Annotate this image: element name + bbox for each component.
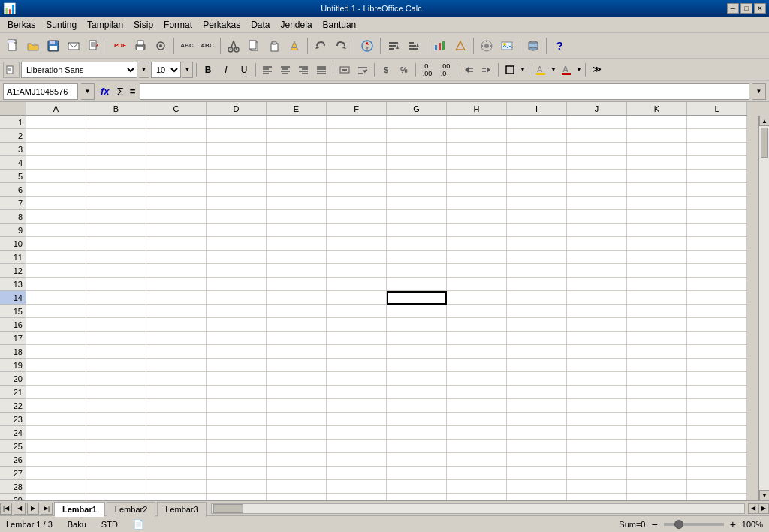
cell-H14[interactable] xyxy=(447,291,507,305)
col-header-a[interactable]: A xyxy=(26,102,86,116)
cell-E16[interactable] xyxy=(267,318,327,332)
cell-G2[interactable] xyxy=(387,129,447,143)
cell-B16[interactable] xyxy=(86,318,146,332)
cell-H21[interactable] xyxy=(447,386,507,399)
cell-E28[interactable] xyxy=(267,480,327,494)
cell-B22[interactable] xyxy=(86,399,146,413)
scroll-track[interactable] xyxy=(759,126,769,490)
cell-C8[interactable] xyxy=(146,210,207,224)
autocorrect-button[interactable]: ABC xyxy=(198,36,217,56)
save-button[interactable] xyxy=(44,36,63,56)
cell-G7[interactable] xyxy=(387,197,447,210)
cell-G15[interactable] xyxy=(387,305,447,318)
cell-C26[interactable] xyxy=(146,453,207,467)
cell-E4[interactable] xyxy=(267,156,327,170)
cell-I5[interactable] xyxy=(507,170,567,183)
cell-G8[interactable] xyxy=(387,210,447,224)
cell-J9[interactable] xyxy=(567,224,627,237)
cell-F18[interactable] xyxy=(327,345,387,359)
cell-D28[interactable] xyxy=(207,480,267,494)
cell-I22[interactable] xyxy=(507,399,567,413)
cell-E5[interactable] xyxy=(267,170,327,183)
cell-G11[interactable] xyxy=(387,251,447,264)
tab-first-button[interactable]: |◀ xyxy=(0,503,12,515)
cell-F23[interactable] xyxy=(327,413,387,426)
cell-F11[interactable] xyxy=(327,251,387,264)
cell-G13[interactable] xyxy=(387,278,447,291)
cell-G16[interactable] xyxy=(387,318,447,332)
cell-I18[interactable] xyxy=(507,345,567,359)
cell-H3[interactable] xyxy=(447,143,507,156)
db-button[interactable] xyxy=(523,36,543,56)
cell-J11[interactable] xyxy=(567,251,627,264)
h-scroll-thumb[interactable] xyxy=(213,504,243,513)
cell-E20[interactable] xyxy=(267,372,327,386)
cell-A1[interactable] xyxy=(26,116,86,129)
cell-B21[interactable] xyxy=(86,386,146,399)
cell-A28[interactable] xyxy=(26,480,86,494)
cell-B8[interactable] xyxy=(86,210,146,224)
cell-G12[interactable] xyxy=(387,264,447,278)
cell-G5[interactable] xyxy=(387,170,447,183)
cell-D3[interactable] xyxy=(207,143,267,156)
cell-J19[interactable] xyxy=(567,359,627,372)
cell-K13[interactable] xyxy=(627,278,687,291)
cell-J24[interactable] xyxy=(567,426,627,440)
cell-L10[interactable] xyxy=(687,237,747,251)
cell-C24[interactable] xyxy=(146,426,207,440)
cell-J7[interactable] xyxy=(567,197,627,210)
cell-B4[interactable] xyxy=(86,156,146,170)
cell-A20[interactable] xyxy=(26,372,86,386)
cell-G18[interactable] xyxy=(387,345,447,359)
print-preview-button[interactable] xyxy=(151,36,170,56)
cell-A14[interactable] xyxy=(26,291,86,305)
cell-B24[interactable] xyxy=(86,426,146,440)
cell-J12[interactable] xyxy=(567,264,627,278)
cell-E1[interactable] xyxy=(267,116,327,129)
cell-A4[interactable] xyxy=(26,156,86,170)
row-num-10[interactable]: 10 xyxy=(0,237,26,251)
pdf-button[interactable]: PDF xyxy=(110,36,130,56)
cell-B25[interactable] xyxy=(86,440,146,453)
draw-button[interactable] xyxy=(451,36,470,56)
cell-I26[interactable] xyxy=(507,453,567,467)
sheet-tab-lembar2[interactable]: Lembar2 xyxy=(107,502,155,517)
cell-C6[interactable] xyxy=(146,183,207,197)
row-num-23[interactable]: 23 xyxy=(0,413,26,426)
cell-J16[interactable] xyxy=(567,318,627,332)
cell-G14[interactable] xyxy=(387,291,447,305)
formula-dropdown[interactable]: ▼ xyxy=(752,83,766,100)
email-button[interactable] xyxy=(64,36,83,56)
cell-H15[interactable] xyxy=(447,305,507,318)
cell-B2[interactable] xyxy=(86,129,146,143)
cell-J10[interactable] xyxy=(567,237,627,251)
h-scroll-left[interactable]: ◀ xyxy=(748,503,758,514)
sum-button[interactable]: Σ xyxy=(116,85,125,98)
col-header-e[interactable]: E xyxy=(267,102,327,116)
cell-B1[interactable] xyxy=(86,116,146,129)
cell-C25[interactable] xyxy=(146,440,207,453)
menu-tampilan[interactable]: Tampilan xyxy=(83,18,128,32)
cell-ref-dropdown[interactable]: ▼ xyxy=(81,83,95,100)
cell-G22[interactable] xyxy=(387,399,447,413)
cell-D11[interactable] xyxy=(207,251,267,264)
bg-color-dropdown[interactable]: ▼ xyxy=(550,62,556,78)
cell-D9[interactable] xyxy=(207,224,267,237)
cell-D27[interactable] xyxy=(207,467,267,480)
cell-C15[interactable] xyxy=(146,305,207,318)
more-button[interactable]: ≫ xyxy=(589,62,605,78)
cell-K27[interactable] xyxy=(627,467,687,480)
cell-C14[interactable] xyxy=(146,291,207,305)
zoom-plus[interactable]: + xyxy=(730,518,736,530)
cell-B29[interactable] xyxy=(86,494,146,500)
cell-K10[interactable] xyxy=(627,237,687,251)
cell-B14[interactable] xyxy=(86,291,146,305)
cell-C16[interactable] xyxy=(146,318,207,332)
cell-J22[interactable] xyxy=(567,399,627,413)
cell-B26[interactable] xyxy=(86,453,146,467)
cell-H2[interactable] xyxy=(447,129,507,143)
cell-F27[interactable] xyxy=(327,467,387,480)
border-button[interactable] xyxy=(502,62,518,78)
cell-C23[interactable] xyxy=(146,413,207,426)
cell-B19[interactable] xyxy=(86,359,146,372)
